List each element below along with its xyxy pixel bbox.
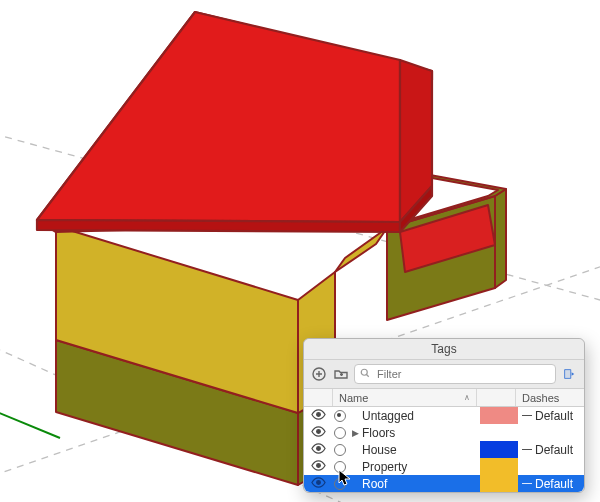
panel-toolbar [304,360,584,389]
tag-color-swatch[interactable] [480,475,518,492]
tag-label: Roof [362,477,387,491]
panel-details-button[interactable] [560,365,578,383]
tag-dashes-cell[interactable]: Default [518,477,584,491]
column-header-dashes[interactable]: Dashes [516,389,584,406]
tag-row[interactable]: RoofDefault [304,475,584,492]
svg-point-18 [316,412,320,416]
column-header-dashes-label: Dashes [522,392,559,404]
column-header-visibility[interactable] [304,389,333,406]
visibility-toggle-icon[interactable] [311,460,326,474]
expand-icon[interactable]: ▶ [351,428,359,438]
svg-marker-12 [37,12,400,222]
tag-name-cell[interactable]: Property [332,460,480,474]
active-tag-radio[interactable] [334,478,346,490]
svg-point-21 [316,463,320,467]
active-tag-radio[interactable] [334,410,346,422]
active-tag-radio[interactable] [334,461,346,473]
column-header-name-label: Name [339,392,368,404]
panel-title: Tags [304,339,584,360]
tag-name-cell[interactable]: Untagged [332,409,480,423]
tag-label: House [362,443,397,457]
tag-label: Untagged [362,409,414,423]
tag-name-cell[interactable]: House [332,443,480,457]
active-tag-radio[interactable] [334,444,346,456]
dash-style-label: Default [535,409,573,423]
tag-filter-input[interactable] [375,367,551,381]
search-icon [359,367,371,382]
svg-point-19 [316,429,320,433]
visibility-toggle-icon[interactable] [311,477,326,491]
tag-row[interactable]: ▶Floors [304,424,584,441]
svg-marker-6 [495,189,506,288]
visibility-toggle-icon[interactable] [311,426,326,440]
tag-color-swatch[interactable] [480,458,518,475]
tag-color-swatch[interactable] [480,407,518,424]
dash-style-label: Default [535,477,573,491]
svg-marker-14 [37,220,400,232]
tag-color-swatch[interactable] [480,424,518,441]
tag-row[interactable]: Property [304,458,584,475]
tag-row[interactable]: UntaggedDefault [304,407,584,424]
tag-name-cell[interactable]: Roof [332,477,480,491]
tags-panel: Tags Name ∧ Dashes UntaggedDefault▶Floor… [303,338,585,493]
svg-point-22 [316,480,320,484]
visibility-toggle-icon[interactable] [311,443,326,457]
tag-list: UntaggedDefault▶FloorsHouseDefaultProper… [304,407,584,492]
dash-style-label: Default [535,443,573,457]
column-header-name[interactable]: Name ∧ [333,389,477,406]
svg-point-20 [316,446,320,450]
visibility-toggle-icon[interactable] [311,409,326,423]
active-tag-radio[interactable] [334,427,346,439]
column-header-color[interactable] [477,389,516,406]
sort-indicator-icon: ∧ [464,393,470,402]
tag-dashes-cell[interactable]: Default [518,409,584,423]
add-folder-button[interactable] [332,365,350,383]
tag-name-cell[interactable]: ▶Floors [332,426,480,440]
tag-dashes-cell[interactable]: Default [518,443,584,457]
tag-filter-search[interactable] [354,364,556,384]
svg-point-17 [361,369,367,375]
column-headers: Name ∧ Dashes [304,389,584,407]
tag-color-swatch[interactable] [480,441,518,458]
tag-label: Property [362,460,407,474]
add-tag-button[interactable] [310,365,328,383]
tag-row[interactable]: HouseDefault [304,441,584,458]
tag-label: Floors [362,426,395,440]
